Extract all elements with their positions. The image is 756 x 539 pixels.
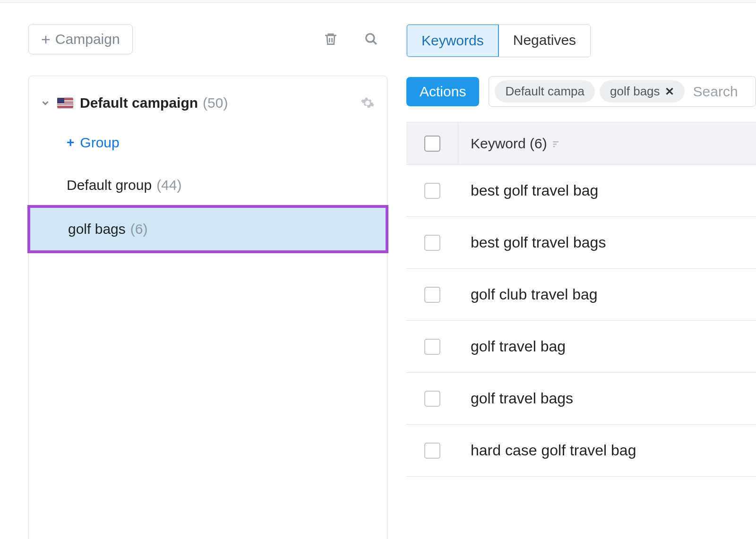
group-name: Default group [67,177,152,193]
tabs: Keywords Negatives [406,24,591,57]
select-all-checkbox[interactable] [424,136,440,152]
actions-label: Actions [420,84,466,99]
actions-button[interactable]: Actions [406,77,479,106]
table-row[interactable]: hard case golf travel bag [406,425,756,477]
keyword-table: Keyword (6) best golf travel bag best go… [406,122,756,477]
svg-point-2 [366,34,374,42]
add-campaign-label: Campaign [55,31,120,47]
keyword-cell: golf travel bag [458,338,566,355]
group-name: golf bags [68,221,126,237]
chip-label: golf bags [610,84,660,99]
filter-chip-group[interactable]: golf bags ✕ [600,80,685,103]
plus-icon: + [67,136,74,149]
svg-line-3 [373,41,377,44]
row-checkbox[interactable] [424,287,440,303]
close-icon[interactable]: ✕ [665,85,674,98]
table-header: Keyword (6) [406,122,756,165]
group-count: (6) [130,221,148,237]
campaign-tree: Default campaign (50) + Group Default gr… [28,76,387,539]
table-row[interactable]: golf club travel bag [406,269,756,321]
table-row[interactable]: golf travel bag [406,321,756,373]
tab-label: Keywords [421,33,484,48]
trash-icon[interactable] [319,28,342,51]
row-checkbox[interactable] [424,235,440,251]
keyword-cell: hard case golf travel bag [458,442,636,459]
add-group-label: Group [80,135,119,151]
gear-icon[interactable] [361,96,375,110]
plus-icon: + [41,31,51,47]
keyword-cell: golf travel bags [458,390,573,407]
tab-negatives[interactable]: Negatives [498,25,590,57]
table-row[interactable]: best golf travel bag [406,165,756,217]
add-campaign-button[interactable]: + Campaign [28,24,133,54]
keyword-cell: best golf travel bag [458,182,598,199]
tab-label: Negatives [513,32,576,48]
column-header-keyword[interactable]: Keyword (6) [471,136,547,152]
tab-keywords[interactable]: Keywords [406,24,499,57]
table-row[interactable]: golf travel bags [406,373,756,425]
us-flag-icon [57,98,73,108]
sort-icon[interactable] [552,139,561,148]
filter-box[interactable]: Default campa golf bags ✕ Search [489,76,756,107]
svg-rect-5 [553,144,557,145]
row-checkbox[interactable] [424,443,440,459]
sidebar-group-golf-bags[interactable]: golf bags (6) [27,205,388,253]
sidebar-group-default[interactable]: Default group (44) [29,164,387,206]
filter-chip-campaign[interactable]: Default campa [495,80,595,103]
campaign-name: Default campaign [80,95,198,111]
group-count: (44) [156,177,181,193]
row-checkbox[interactable] [424,183,440,199]
campaign-header[interactable]: Default campaign (50) [29,85,387,121]
keyword-cell: best golf travel bags [458,234,606,251]
chip-label: Default campa [505,84,584,99]
search-placeholder: Search [693,84,738,100]
keyword-cell: golf club travel bag [458,286,598,303]
chevron-down-icon [40,98,51,108]
table-row[interactable]: best golf travel bags [406,217,756,269]
search-icon[interactable] [360,28,383,51]
row-checkbox[interactable] [424,391,440,407]
row-checkbox[interactable] [424,339,440,355]
svg-rect-6 [553,146,555,147]
campaign-count: (50) [203,95,228,111]
add-group-button[interactable]: + Group [29,121,387,164]
svg-rect-4 [553,141,558,143]
